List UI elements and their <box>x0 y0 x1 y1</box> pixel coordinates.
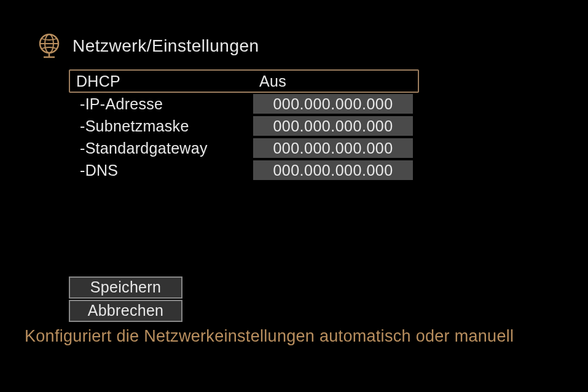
help-text: Konfiguriert die Netzwerkeinstellungen a… <box>25 327 588 346</box>
setting-gateway[interactable]: -Standardgateway 000.000.000.000 <box>69 137 419 159</box>
setting-ip-value[interactable]: 000.000.000.000 <box>253 94 413 114</box>
setting-ip-label: -IP-Adresse <box>69 95 253 113</box>
page-header: Netzwerk/Einstellungen <box>0 0 588 58</box>
setting-dns-label: -DNS <box>69 162 253 179</box>
setting-dhcp-value: Aus <box>254 73 286 90</box>
settings-panel: DHCP Aus -IP-Adresse 000.000.000.000 -Su… <box>69 69 419 181</box>
button-panel: Speichern Abbrechen <box>69 276 588 322</box>
setting-dhcp-label: DHCP <box>70 73 254 90</box>
setting-gateway-value[interactable]: 000.000.000.000 <box>253 138 413 158</box>
page-title: Netzwerk/Einstellungen <box>73 36 259 56</box>
setting-subnet-label: -Subnetzmaske <box>69 117 253 135</box>
setting-subnet[interactable]: -Subnetzmaske 000.000.000.000 <box>69 115 419 137</box>
save-button[interactable]: Speichern <box>69 276 182 299</box>
globe-icon <box>37 34 61 58</box>
setting-dns[interactable]: -DNS 000.000.000.000 <box>69 159 419 181</box>
setting-gateway-label: -Standardgateway <box>69 139 253 157</box>
setting-dhcp[interactable]: DHCP Aus <box>69 69 419 93</box>
cancel-button[interactable]: Abbrechen <box>69 300 182 322</box>
setting-ip[interactable]: -IP-Adresse 000.000.000.000 <box>69 93 419 115</box>
setting-dns-value[interactable]: 000.000.000.000 <box>253 160 413 180</box>
setting-subnet-value[interactable]: 000.000.000.000 <box>253 116 413 136</box>
